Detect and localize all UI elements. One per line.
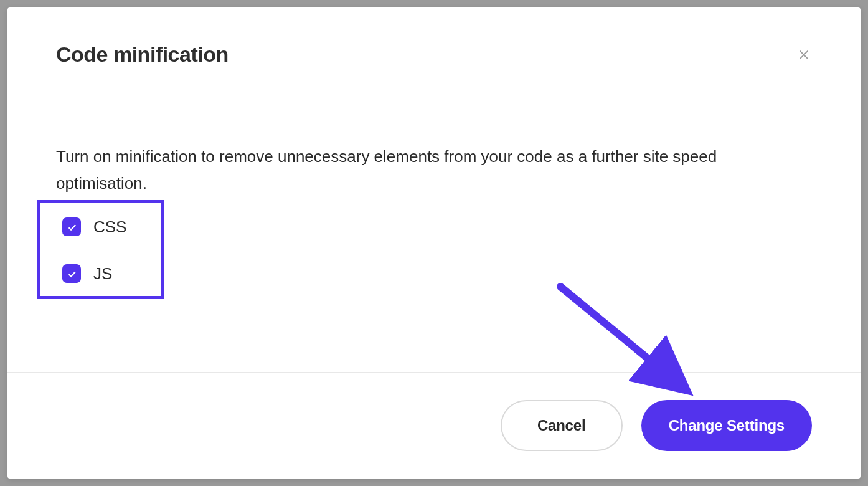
checkbox-js[interactable] (62, 264, 81, 283)
checkbox-row-js[interactable]: JS (62, 264, 812, 284)
modal-description: Turn on minification to remove unnecessa… (56, 143, 722, 197)
modal-title: Code minification (56, 42, 229, 67)
change-settings-button[interactable]: Change Settings (641, 400, 812, 451)
modal-footer: Cancel Change Settings (7, 372, 861, 479)
cancel-button[interactable]: Cancel (501, 400, 623, 451)
close-icon[interactable] (796, 47, 812, 63)
checkbox-group: CSS JS (56, 217, 812, 284)
checkbox-label-js: JS (93, 264, 112, 284)
modal-header: Code minification (7, 7, 861, 107)
code-minification-modal: Code minification Turn on minification t… (7, 7, 861, 479)
checkbox-label-css: CSS (93, 217, 126, 237)
checkbox-row-css[interactable]: CSS (62, 217, 812, 237)
checkbox-css[interactable] (62, 217, 81, 236)
modal-body: Turn on minification to remove unnecessa… (7, 107, 861, 372)
